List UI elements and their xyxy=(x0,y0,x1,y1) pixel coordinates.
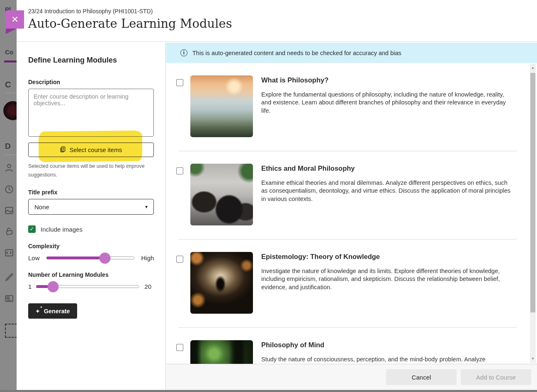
include-images-checkbox[interactable]: ✓ xyxy=(28,225,36,233)
vertical-scrollbar[interactable]: ▲ ▼ xyxy=(530,64,536,363)
modules-count-slider[interactable] xyxy=(36,285,139,288)
id-card-icon xyxy=(4,293,14,305)
ai-content-banner: i This is auto-generated content and nee… xyxy=(166,43,537,63)
underlay-text-fragment: Co xyxy=(5,48,13,56)
define-modules-panel: Define Learning Modules Description Sele… xyxy=(17,42,166,390)
banner-text: This is auto-generated content and needs… xyxy=(192,50,401,56)
module-title: Epistemology: Theory of Knowledge xyxy=(261,253,513,261)
add-to-course-button[interactable]: Add to Course xyxy=(461,369,531,385)
module-row: Ethics and Moral Philosophy Examine ethi… xyxy=(166,164,537,225)
title-prefix-label: Title prefix xyxy=(28,189,154,196)
module-image-forest xyxy=(190,340,253,364)
modules-count-label: Number of Learning Modules xyxy=(28,271,154,278)
auto-generate-modal: 23/24 Introduction to Philosophy (PHI100… xyxy=(17,0,537,390)
module-description: Explore the fundamental questions of phi… xyxy=(261,91,513,115)
pencil-icon xyxy=(4,272,14,283)
module-checkbox[interactable] xyxy=(176,167,183,174)
module-checkbox[interactable] xyxy=(176,344,183,351)
modules-count-max-label: 20 xyxy=(144,283,151,290)
chevron-down-icon: ▾ xyxy=(145,204,148,210)
person-icon xyxy=(4,163,14,174)
divider xyxy=(178,151,517,151)
select-course-items-label: Select course items xyxy=(70,147,122,153)
divider xyxy=(178,327,517,328)
background-page-strip: Pl Co C D xyxy=(0,0,17,390)
module-image-library-silhouette xyxy=(190,252,253,314)
module-description: Examine ethical theories and moral dilem… xyxy=(261,179,513,203)
image-icon xyxy=(4,206,14,217)
code-icon xyxy=(4,248,14,259)
scroll-up-arrow-icon[interactable]: ▲ xyxy=(530,65,536,71)
module-checkbox[interactable] xyxy=(176,256,183,263)
module-list: What is Philosophy? Explore the fundamen… xyxy=(166,63,537,364)
generate-button[interactable]: ✦✦ Generate xyxy=(28,303,77,319)
lock-icon xyxy=(4,226,14,238)
module-row: What is Philosophy? Explore the fundamen… xyxy=(166,75,537,137)
breadcrumb: 23/24 Introduction to Philosophy (PHI100… xyxy=(28,8,153,15)
module-image-meeting-room xyxy=(190,164,253,225)
cancel-button[interactable]: Cancel xyxy=(386,369,457,385)
description-textarea[interactable] xyxy=(28,89,154,137)
sparkle-icon: ✦✦ xyxy=(35,308,40,315)
clock-icon xyxy=(4,184,14,196)
title-prefix-select[interactable]: None ▾ xyxy=(28,199,154,215)
scrollbar-thumb[interactable] xyxy=(530,73,535,312)
underlay-text-fragment: C xyxy=(5,80,11,90)
complexity-slider[interactable] xyxy=(46,256,134,259)
document-icon xyxy=(60,146,66,154)
complexity-max-label: High xyxy=(141,254,154,261)
complexity-slider-thumb[interactable] xyxy=(100,252,111,264)
description-label: Description xyxy=(28,79,154,85)
modal-footer: Cancel Add to Course xyxy=(166,364,537,390)
helper-text: Selected course items will be used to he… xyxy=(28,162,149,179)
module-title: Ethics and Moral Philosophy xyxy=(261,165,513,172)
close-icon[interactable]: ✕ xyxy=(6,10,24,29)
dashed-placeholder xyxy=(5,324,17,338)
complexity-slider-fill xyxy=(46,256,105,259)
avatar xyxy=(3,101,17,120)
panel-heading: Define Learning Modules xyxy=(28,56,154,65)
page-title: Auto-Generate Learning Modules xyxy=(28,17,232,31)
module-title: What is Philosophy? xyxy=(261,76,513,84)
divider xyxy=(178,239,517,240)
title-prefix-value: None xyxy=(34,203,49,211)
background-page-bottom-edge xyxy=(0,390,537,392)
modules-count-min-label: 1 xyxy=(28,283,32,290)
complexity-min-label: Low xyxy=(28,254,40,261)
select-course-items-button[interactable]: Select course items xyxy=(28,143,154,157)
close-button-fold xyxy=(6,29,17,34)
module-description: Investigate the nature of knowledge and … xyxy=(261,267,513,291)
module-row: Epistemology: Theory of Knowledge Invest… xyxy=(166,252,537,314)
module-row: Philosophy of Mind Study the nature of c… xyxy=(166,340,537,364)
modules-count-slider-thumb[interactable] xyxy=(47,281,58,292)
suggestions-area: i This is auto-generated content and nee… xyxy=(166,42,537,390)
module-title: Philosophy of Mind xyxy=(261,341,486,349)
include-images-label: Include images xyxy=(41,226,83,233)
underlay-text-fragment: D xyxy=(5,142,11,151)
module-image-lake-sunset xyxy=(190,75,253,137)
complexity-label: Complexity xyxy=(28,243,154,249)
generate-label: Generate xyxy=(44,308,70,315)
info-icon: i xyxy=(180,49,187,56)
scroll-down-arrow-icon[interactable]: ▼ xyxy=(530,356,536,362)
module-checkbox[interactable] xyxy=(176,79,183,86)
module-description: Study the nature of consciousness, perce… xyxy=(261,356,486,363)
modal-header: 23/24 Introduction to Philosophy (PHI100… xyxy=(17,0,537,42)
